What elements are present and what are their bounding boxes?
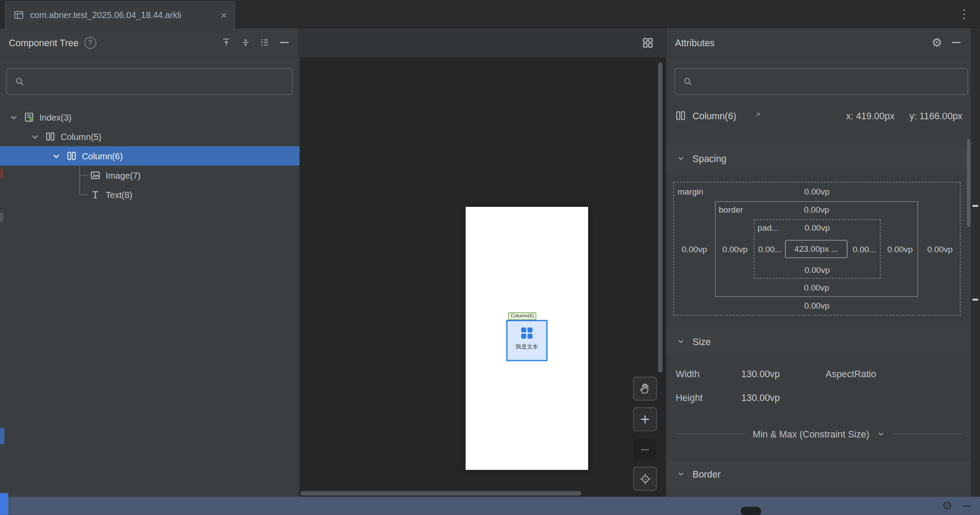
gutter-mark: [0, 213, 3, 222]
tree-node-label: Text(8): [106, 190, 133, 200]
hand-icon: [638, 382, 652, 395]
design-canvas[interactable]: Column(6) 我是文本 + −: [300, 28, 665, 497]
column-icon: [45, 131, 55, 142]
column-icon: [675, 110, 686, 121]
box-model-content[interactable]: 423.00px ...: [785, 240, 847, 258]
help-icon[interactable]: ?: [84, 37, 96, 48]
text-icon: [90, 189, 100, 200]
gear-icon[interactable]: ⚙: [942, 500, 952, 512]
spacing-section-header[interactable]: Spacing: [666, 146, 971, 171]
search-input[interactable]: [31, 76, 285, 87]
gear-icon[interactable]: ⚙: [931, 37, 943, 48]
margin-label: margin: [678, 187, 704, 196]
chevron-down-icon: [877, 430, 885, 438]
tree-guide-line: [79, 195, 88, 195]
component-tree-title: Component Tree: [9, 37, 79, 48]
attributes-title: Attributes: [675, 37, 715, 48]
file-icon: [13, 9, 25, 21]
jump-to-source-icon[interactable]: [751, 110, 763, 121]
tree-node-text[interactable]: Text(8): [0, 185, 299, 204]
canvas-horizontal-scrollbar[interactable]: [301, 491, 581, 496]
border-section-title: Border: [693, 468, 721, 479]
component-tree-search[interactable]: [6, 68, 292, 95]
column-icon: [66, 151, 77, 161]
component-coordinates: x: 419.00px y: 1166.00px: [846, 110, 963, 121]
bottom-scroll-thumb[interactable]: [741, 507, 761, 515]
margin-left-value: 0.00vp: [682, 245, 707, 254]
tree-node-column5[interactable]: Column(5): [0, 127, 299, 146]
expand-all-icon[interactable]: [221, 37, 232, 48]
x-coordinate: x: 419.00px: [846, 110, 895, 121]
width-row: Width 130.00vp AspectRatio: [666, 364, 971, 383]
tab-bar: com.abner.test_2025.06.04_18.44.arkli × …: [0, 0, 980, 28]
search-icon: [682, 76, 693, 87]
selected-component-column6[interactable]: Column(6) 我是文本: [506, 320, 548, 361]
chevron-down-icon: [677, 337, 685, 345]
tab-title: com.abner.test_2025.06.04_18.44.arkli: [30, 10, 181, 20]
attributes-scrollbar[interactable]: [967, 140, 971, 227]
spacing-section-title: Spacing: [693, 153, 726, 163]
width-value: 130.00vp: [741, 368, 780, 379]
hide-panel-icon[interactable]: [951, 37, 962, 48]
selection-tag: Column(6): [508, 313, 536, 320]
chevron-down-icon: [677, 154, 685, 162]
width-label: Width: [676, 368, 700, 379]
height-value: 130.00vp: [741, 392, 780, 403]
padding-label: pad...: [758, 223, 779, 232]
tree-node-image[interactable]: Image(7): [0, 166, 299, 185]
canvas-vertical-scrollbar[interactable]: [658, 63, 663, 372]
box-model-padding: pad... 0.00vp 0.00vp 423.00px ...: [754, 219, 881, 279]
gutter-mark: [0, 428, 4, 444]
margin-bottom-value: 0.00vp: [804, 301, 830, 310]
previewer-window: com.abner.test_2025.06.04_18.44.arkli × …: [0, 0, 980, 515]
bottom-toolbar: ⚙: [0, 497, 980, 515]
size-section-header[interactable]: Size: [666, 329, 971, 354]
border-section-header[interactable]: Border: [666, 461, 971, 486]
stripe-mark: [973, 299, 978, 301]
tree-node-label: Column(5): [61, 132, 102, 142]
component-tree-panel: Component Tree ?: [0, 28, 299, 497]
height-label: Height: [676, 392, 703, 403]
border-bottom-value: 0.00vp: [804, 283, 829, 292]
tree-node-column6-selected[interactable]: Column(6): [0, 146, 299, 166]
page-icon: [24, 112, 34, 122]
grid-view-icon[interactable]: [642, 37, 653, 48]
chevron-down-icon[interactable]: [9, 112, 19, 122]
error-stripe: [971, 28, 980, 497]
chevron-down-icon[interactable]: [30, 132, 40, 142]
padding-top-value: 0.00vp: [804, 223, 830, 232]
tree-guide-line: [79, 166, 80, 195]
divider: [892, 434, 962, 434]
editor-tab[interactable]: com.abner.test_2025.06.04_18.44.arkli ×: [5, 1, 235, 28]
stripe-mark: [973, 205, 978, 207]
search-input[interactable]: [699, 76, 961, 87]
attributes-search[interactable]: [674, 68, 968, 95]
pan-tool-button[interactable]: [633, 377, 657, 401]
device-preview[interactable]: Column(6) 我是文本: [466, 207, 588, 470]
border-label: border: [719, 205, 743, 214]
zoom-out-button[interactable]: −: [633, 438, 657, 461]
tree-node-index[interactable]: Index(3): [0, 107, 299, 127]
hide-panel-icon[interactable]: [279, 37, 290, 48]
close-icon[interactable]: ×: [221, 10, 227, 20]
preview-text: 我是文本: [516, 343, 538, 351]
minmax-expander[interactable]: Min & Max (Constraint Size): [666, 424, 971, 443]
zoom-in-button[interactable]: +: [633, 408, 657, 431]
preview-image-icon: [521, 327, 533, 339]
hide-panel-icon[interactable]: [962, 505, 971, 507]
crosshair-icon: [638, 472, 652, 486]
chevron-down-icon[interactable]: [51, 151, 61, 161]
collapse-all-icon[interactable]: [240, 37, 251, 48]
height-row: Height 130.00vp: [666, 388, 971, 407]
component-tree-header: Component Tree ?: [0, 28, 299, 58]
y-coordinate: y: 1166.00px: [910, 110, 962, 121]
image-icon: [90, 170, 100, 180]
locate-component-button[interactable]: [633, 467, 657, 490]
canvas-toolbar: [300, 28, 665, 58]
list-view-icon[interactable]: [259, 37, 271, 48]
attributes-header: Attributes ⚙: [666, 28, 970, 58]
more-options-icon[interactable]: ⋮: [958, 7, 970, 22]
margin-right-value: 0.00vp: [927, 245, 953, 254]
chevron-down-icon: [677, 470, 685, 478]
aspect-ratio-label: AspectRatio: [825, 368, 876, 379]
